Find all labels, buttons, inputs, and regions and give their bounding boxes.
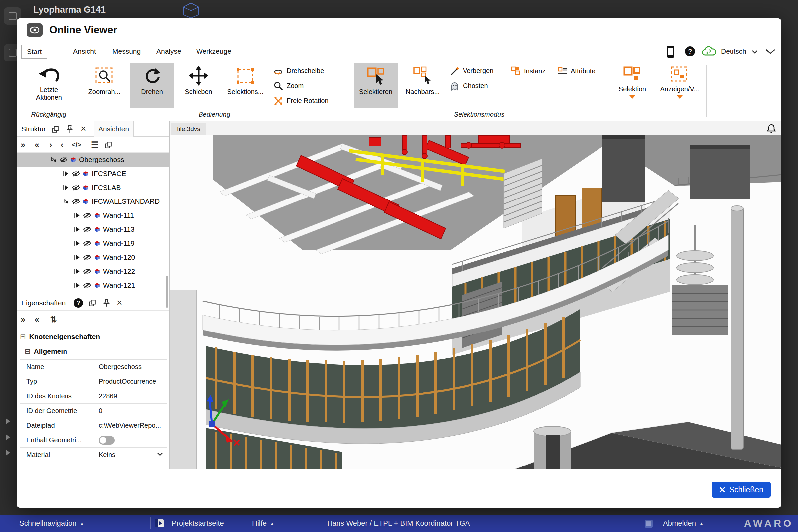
bottombar-hilfe[interactable]: Hilfe▲ bbox=[252, 515, 274, 532]
tree-collapsed-icon[interactable] bbox=[74, 254, 80, 261]
tree-item-wand-113[interactable]: Wand-113 bbox=[17, 223, 169, 236]
show-hide-dropdown-button[interactable]: Anzeigen/V... bbox=[658, 62, 702, 108]
background-nav-chevron-icon[interactable] bbox=[6, 418, 11, 424]
select-button[interactable]: Selektieren bbox=[354, 62, 398, 108]
help-icon[interactable]: ? bbox=[685, 46, 695, 56]
material-select[interactable]: Keins bbox=[94, 448, 167, 462]
tab-ansicht[interactable]: Ansicht bbox=[73, 41, 96, 61]
tree-item-ifcwallstandard[interactable]: IFCWALLSTANDARD bbox=[17, 194, 169, 208]
visibility-off-icon[interactable] bbox=[72, 185, 80, 191]
tree-item-wand-120[interactable]: Wand-120 bbox=[17, 250, 169, 264]
app-grid-icon[interactable] bbox=[644, 519, 653, 528]
language-chevron-icon[interactable] bbox=[752, 50, 757, 54]
pan-button[interactable]: Schieben bbox=[179, 62, 218, 108]
code-view-icon[interactable]: </> bbox=[72, 137, 81, 153]
tree-item-wand-121[interactable]: Wand-121 bbox=[17, 278, 169, 292]
file-tab[interactable]: file.3dvs bbox=[171, 123, 207, 135]
instance-button[interactable]: Instanz bbox=[511, 66, 545, 76]
tree-expanded-icon[interactable] bbox=[62, 198, 69, 205]
tree-collapsed-icon[interactable] bbox=[62, 170, 69, 177]
menu-icon[interactable]: ☰ bbox=[91, 137, 98, 153]
zoom-frame-button[interactable]: Zoomrah... bbox=[83, 62, 126, 108]
turntable-button[interactable]: Drehscheibe bbox=[273, 63, 346, 78]
visibility-off-icon[interactable] bbox=[83, 254, 92, 260]
collapse-section-icon[interactable]: ⊟ bbox=[25, 347, 31, 356]
collapse-section-icon[interactable]: ⊟ bbox=[20, 333, 26, 341]
mobile-icon[interactable] bbox=[667, 45, 674, 58]
visibility-off-icon[interactable] bbox=[83, 241, 92, 246]
step-back-icon[interactable]: ‹ bbox=[60, 137, 63, 153]
tree-item-ifcslab[interactable]: IFCSLAB bbox=[17, 180, 169, 194]
properties-panel-header: Eigenschaften ? ✕ bbox=[17, 294, 169, 310]
pin-panel-icon[interactable] bbox=[102, 299, 110, 307]
panel-toggle-icon[interactable] bbox=[155, 519, 164, 528]
background-nav-chevron-icon[interactable] bbox=[6, 450, 11, 456]
visibility-off-icon[interactable] bbox=[59, 157, 68, 163]
collapse-all-icon[interactable]: « bbox=[35, 310, 39, 328]
attributes-button[interactable]: Attribute bbox=[557, 66, 595, 76]
tree-item-wand-122[interactable]: Wand-122 bbox=[17, 264, 169, 278]
visibility-off-icon[interactable] bbox=[83, 212, 92, 218]
hide-button[interactable]: Verbergen bbox=[450, 63, 507, 78]
tree-item-ifcspace[interactable]: IFCSPACE bbox=[17, 167, 169, 180]
close-panel-icon[interactable]: ✕ bbox=[116, 295, 122, 311]
language-selector[interactable]: Deutsch bbox=[721, 41, 746, 61]
expand-all-icon[interactable]: » bbox=[21, 310, 25, 328]
visibility-off-icon[interactable] bbox=[72, 171, 80, 176]
collapse-ribbon-chevron-icon[interactable] bbox=[765, 49, 775, 54]
section-allgemein[interactable]: ⊟ Allgemein bbox=[17, 345, 169, 358]
selection-frame-button[interactable]: Selektions... bbox=[224, 62, 267, 108]
step-forward-icon[interactable]: › bbox=[49, 137, 52, 153]
tab-start[interactable]: Start bbox=[21, 44, 47, 58]
tree-item-wand-119[interactable]: Wand-119 bbox=[17, 236, 169, 250]
node-type-icon bbox=[94, 255, 100, 260]
properties-table: Name Obergeschoss Typ ProductOccurrence … bbox=[20, 359, 167, 462]
tab-messung[interactable]: Messung bbox=[112, 41, 141, 61]
tree-collapsed-icon[interactable] bbox=[74, 226, 80, 233]
3d-viewport[interactable] bbox=[170, 135, 781, 469]
show-hide-icon bbox=[670, 66, 689, 83]
properties-help-icon[interactable]: ? bbox=[74, 298, 83, 307]
bottombar-abmelden[interactable]: Abmelden▲ bbox=[663, 515, 704, 532]
background-nav-chevron-icon[interactable] bbox=[6, 434, 11, 440]
tree-item-obergeschoss[interactable]: Obergeschoss bbox=[17, 153, 169, 167]
bottombar-schnellnavigation[interactable]: Schnellnavigation▲ bbox=[19, 515, 84, 532]
tree-collapsed-icon[interactable] bbox=[74, 240, 80, 247]
cloud-sync-icon[interactable] bbox=[702, 46, 716, 57]
neighborhood-button[interactable]: Nachbars... bbox=[402, 62, 443, 108]
ghost-button[interactable]: Ghosten bbox=[450, 78, 507, 93]
tree-item-wand-111[interactable]: Wand-111 bbox=[17, 208, 169, 223]
geometry-toggle[interactable] bbox=[99, 436, 115, 444]
bottombar-projektstartseite[interactable]: Projektstartseite bbox=[172, 515, 224, 532]
tree-expanded-icon[interactable] bbox=[50, 156, 57, 163]
visibility-off-icon[interactable] bbox=[83, 268, 92, 274]
tab-analyse[interactable]: Analyse bbox=[156, 41, 181, 61]
free-rotation-button[interactable]: Freie Rotation bbox=[273, 93, 346, 108]
undock-panel-icon[interactable] bbox=[89, 299, 96, 307]
sort-icon[interactable]: ⇅ bbox=[50, 310, 57, 328]
tree-collapsed-icon[interactable] bbox=[74, 282, 80, 289]
section-knoteneigenschaften[interactable]: ⊟ Knoteneigenschaften bbox=[17, 330, 169, 343]
expand-all-icon[interactable]: » bbox=[21, 137, 25, 153]
visibility-off-icon[interactable] bbox=[83, 226, 92, 232]
notification-bell-icon[interactable] bbox=[767, 124, 776, 133]
pin-panel-icon[interactable] bbox=[66, 125, 74, 134]
visibility-off-icon[interactable] bbox=[83, 282, 92, 288]
tree-collapsed-icon[interactable] bbox=[74, 268, 80, 274]
close-button[interactable]: Schließen bbox=[711, 482, 771, 498]
dropdown-triangle-icon bbox=[677, 95, 683, 99]
selection-dropdown-button[interactable]: Selektion bbox=[612, 62, 653, 108]
tree-collapsed-icon[interactable] bbox=[74, 212, 80, 219]
close-panel-icon[interactable]: ✕ bbox=[80, 121, 87, 137]
undo-button[interactable]: Letzte Aktionen bbox=[25, 62, 73, 108]
tree-collapsed-icon[interactable] bbox=[62, 184, 69, 191]
tab-struktur[interactable]: Struktur bbox=[21, 121, 46, 137]
collapse-all-icon[interactable]: « bbox=[35, 137, 39, 153]
tab-werkzeuge[interactable]: Werkzeuge bbox=[196, 41, 231, 61]
visibility-off-icon[interactable] bbox=[72, 198, 80, 205]
tab-ansichten[interactable]: Ansichten bbox=[94, 121, 134, 137]
zoom-button[interactable]: Zoom bbox=[273, 78, 346, 93]
rotate-button[interactable]: Drehen bbox=[130, 62, 174, 108]
undock-panel-icon[interactable] bbox=[51, 125, 59, 133]
duplicate-icon[interactable] bbox=[104, 141, 112, 149]
